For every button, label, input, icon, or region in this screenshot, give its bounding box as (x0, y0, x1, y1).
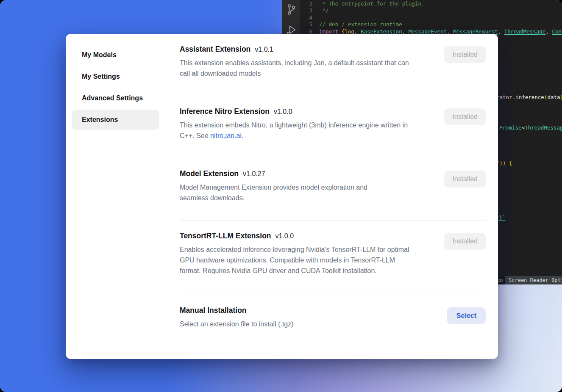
extension-description: Enables accelerated inference leveraging… (180, 244, 411, 276)
code-token: ContentType (552, 28, 562, 35)
code-token: inference (515, 94, 544, 100)
sidebar-item-extensions[interactable]: Extensions (72, 110, 159, 130)
extension-version: v1.0.0 (275, 232, 294, 240)
sidebar-item-label: Extensions (82, 116, 118, 124)
code-token: rator. (496, 94, 515, 100)
code-fragment: ")) { (496, 160, 512, 167)
extension-description: This extension embeds Nitro, a lightweig… (180, 120, 413, 141)
app-window: 2 * The entrypoint for the plugin.3 */45… (0, 0, 562, 392)
extension-version: v1.0.27 (243, 170, 265, 178)
code-line: 2 * The entrypoint for the plugin. (300, 0, 562, 7)
code-token: // Web / extension runtime (319, 21, 402, 28)
code-token: * The entrypoint for the plugin. (319, 0, 424, 7)
code-lines: 2 * The entrypoint for the plugin.3 */45… (300, 0, 562, 35)
select-file-button[interactable]: Select (447, 307, 486, 324)
extension-version: v1.0.0 (274, 108, 292, 116)
sidebar-item-label: My Settings (82, 73, 120, 80)
code-token: Promise (499, 124, 522, 131)
extension-name: TensortRT-LLM Extension (180, 232, 271, 240)
sidebar-item-my-models[interactable]: My Models (72, 45, 159, 65)
source-control-icon[interactable] (285, 3, 297, 16)
line-number: 4 (300, 14, 319, 21)
code-line: 4 (300, 14, 562, 21)
installed-button: Installed (444, 233, 486, 250)
manual-installation-title: Manual Installation (180, 306, 247, 315)
code-token: data (547, 94, 560, 100)
installed-button: Installed (444, 108, 486, 125)
nitro-jan-ai-link[interactable]: nitro.jan.ai. (210, 132, 243, 139)
manual-installation-description: Select an extension file to install (.tg… (180, 319, 294, 329)
code-fragment: Promise<ThreadMessage> (499, 124, 562, 131)
extension-version: v1.0.1 (255, 46, 273, 53)
code-token: , (545, 28, 552, 35)
extensions-panel: Assistant Extension v1.0.1 This extensio… (165, 34, 498, 359)
code-token: ThreadMessage (504, 28, 546, 35)
extension-row-tensorrt-llm: TensortRT-LLM Extension v1.0.0 Enables a… (180, 221, 486, 293)
line-number: 5 (300, 21, 319, 28)
extension-name: Inference Nitro Extension (180, 107, 270, 116)
settings-sidebar: My Models My Settings Advanced Settings … (66, 34, 165, 359)
manual-installation-row: Manual Installation Select an extension … (180, 293, 486, 329)
line-number: 2 (300, 0, 319, 7)
extension-description: Model Management Extension provides mode… (180, 182, 383, 203)
installed-button: Installed (444, 171, 486, 188)
extension-row-assistant: Assistant Extension v1.0.1 This extensio… (180, 34, 486, 96)
extension-name: Assistant Extension (180, 45, 250, 54)
sidebar-item-advanced-settings[interactable]: Advanced Settings (72, 88, 159, 108)
extension-row-model: Model Extension v1.0.27 Model Management… (180, 158, 486, 221)
code-token: ThreadMessage (525, 124, 562, 131)
code-line: 5// Web / extension runtime (300, 21, 562, 28)
sidebar-item-my-settings[interactable]: My Settings (72, 66, 159, 87)
screen-reader-badge[interactable]: Screen Reader Optimized (505, 276, 562, 284)
settings-modal: My Models My Settings Advanced Settings … (66, 34, 498, 359)
sidebar-item-label: Advanced Settings (82, 94, 143, 102)
extension-row-inference-nitro: Inference Nitro Extension v1.0.0 This ex… (180, 96, 486, 158)
code-line: 3 */ (300, 7, 562, 14)
line-number: 3 (300, 7, 319, 14)
code-token: , (498, 28, 504, 35)
code-fragment: rator.inference(data)); (496, 94, 562, 101)
extension-description: This extension enables assistants, inclu… (180, 58, 413, 79)
extension-name: Model Extension (180, 169, 239, 178)
code-token: )) (560, 94, 562, 100)
code-token: */ (319, 7, 329, 14)
code-token: )) { (500, 160, 512, 166)
sidebar-item-label: My Models (82, 51, 117, 59)
installed-button: Installed (444, 46, 486, 63)
